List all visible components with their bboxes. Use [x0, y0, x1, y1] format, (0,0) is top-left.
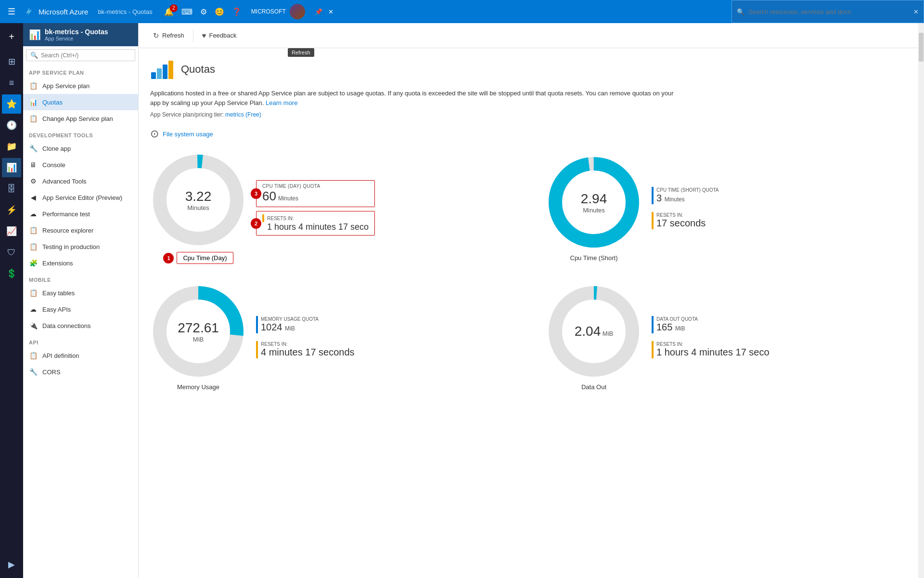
quota-info-memory: MEMORY USAGE QUOTA 1024 MiB: [261, 316, 319, 333]
terminal-icon[interactable]: ⌨: [181, 7, 192, 16]
chart-info-cpu-day: 3 CPU TIME (DAY) QUOTA 60 Minutes 2: [256, 180, 375, 236]
all-services-icon[interactable]: ≡: [2, 73, 21, 92]
search-clear-icon[interactable]: ✕: [913, 8, 919, 15]
app-service-plan-icon: 📋: [29, 81, 38, 90]
content-area: Quotas Applications hosted in a free or …: [139, 48, 924, 578]
quota-label-cpu-day: CPU TIME (DAY) QUOTA: [262, 184, 369, 189]
label-box-cpu-day: Cpu Time (Day): [177, 252, 233, 264]
plan-link[interactable]: metrics (Free): [225, 111, 261, 118]
donut-svg-data-out: [546, 283, 642, 380]
nav-item-label-easy-apis: Easy APIs: [42, 306, 71, 313]
nav-item-label-change-plan: Change App Service plan: [42, 115, 113, 122]
nav-item-label-resource-explorer: Resource explorer: [42, 227, 93, 234]
refresh-icon: ↻: [153, 31, 159, 40]
sql-icon[interactable]: 🗄: [2, 179, 21, 198]
resets-bar-cpu-day: [262, 214, 264, 222]
svg-point-4: [160, 161, 237, 238]
notifications-icon[interactable]: ⚡: [2, 200, 21, 220]
quota-label-memory: MEMORY USAGE QUOTA: [261, 316, 319, 322]
nav-item-change-plan[interactable]: 📋 Change App Service plan: [23, 110, 138, 127]
resource-explorer-icon: 📋: [29, 226, 38, 235]
nav-item-app-service-plan[interactable]: 📋 App Service plan: [23, 78, 138, 94]
donut-svg-cpu-short: [546, 154, 642, 250]
right-scrollbar[interactable]: [918, 23, 924, 578]
section-label-api: API: [23, 334, 138, 347]
tooltip-refresh: Refresh: [288, 48, 314, 57]
quota-label-data-out: DATA OUT QUOTA: [656, 316, 698, 322]
svg-point-10: [555, 293, 632, 370]
quota-unit-cpu-day: Minutes: [278, 195, 298, 202]
brand-name: Microsoft Azure: [38, 8, 88, 16]
badge-3: 3: [251, 188, 261, 199]
nav-item-label-performance-test: Performance test: [42, 210, 90, 218]
global-search[interactable]: 🔍 ✕: [732, 0, 924, 23]
cost-icon[interactable]: 💲: [2, 264, 21, 283]
monitor-icon[interactable]: 📈: [2, 222, 21, 241]
chart-cpu-day: 3.22 Minutes 1 Cpu Time (Day): [150, 152, 517, 264]
nav-item-easy-tables[interactable]: 📋 Easy tables: [23, 285, 138, 301]
security-icon[interactable]: 🛡: [2, 243, 21, 262]
quota-info-data-out: DATA OUT QUOTA 165 MiB: [656, 316, 698, 333]
donut-memory: 272.61 MiB: [150, 283, 246, 380]
resource-panel: 📊 bk-metrics - Quotas App Service 🔍 APP …: [23, 23, 139, 578]
learn-more-link[interactable]: Learn more: [266, 99, 297, 106]
cpu-day-label: Cpu Time (Day): [183, 254, 227, 262]
feedback-button[interactable]: ♥ Feedback: [195, 28, 244, 42]
feedback-icon: ♥: [202, 31, 206, 39]
pin-icon[interactable]: 📌: [315, 8, 322, 15]
nav-item-testing-production[interactable]: 📋 Testing in production: [23, 238, 138, 255]
search-input[interactable]: [748, 8, 910, 15]
user-profile[interactable]: MICROSOFT: [251, 4, 305, 19]
resource-search[interactable]: 🔍: [26, 49, 135, 61]
page-description: Applications hosted in a free or shared …: [150, 89, 680, 107]
performance-test-icon: ☁: [29, 210, 38, 218]
scrollbar-thumb[interactable]: [919, 33, 924, 62]
toolbar: ↻ Refresh ♥ Feedback Refresh: [139, 23, 924, 48]
nav-item-clone-app[interactable]: 🔧 Clone app: [23, 140, 138, 157]
nav-item-resource-explorer[interactable]: 📋 Resource explorer: [23, 222, 138, 238]
nav-item-cors[interactable]: 🔧 CORS: [23, 364, 138, 380]
nav-item-easy-apis[interactable]: ☁ Easy APIs: [23, 301, 138, 317]
chart-memory: 272.61 MiB Memory Usage MEMORY USAGE QUO…: [150, 283, 517, 391]
brand: Microsoft Azure: [23, 6, 88, 17]
nav-item-advanced-tools[interactable]: ⚙ Advanced Tools: [23, 173, 138, 189]
console-icon: 🖥: [29, 160, 38, 169]
chart-data-out-wrapper: 2.04 MiB Data Out: [546, 283, 642, 391]
file-system-usage[interactable]: ⊙ File system usage: [150, 128, 912, 140]
nav-item-api-definition[interactable]: 📋 API definition: [23, 347, 138, 364]
hamburger-menu[interactable]: ☰: [6, 4, 17, 19]
nav-item-extensions[interactable]: 🧩 Extensions: [23, 255, 138, 271]
help-icon[interactable]: ❓: [232, 7, 242, 16]
charts-grid: 3.22 Minutes 1 Cpu Time (Day): [150, 152, 912, 391]
resource-subtitle: App Service: [45, 36, 108, 41]
nav-item-console[interactable]: 🖥 Console: [23, 157, 138, 173]
nav-item-quotas[interactable]: 📊 Quotas: [23, 94, 138, 110]
dashboard-icon[interactable]: ⊞: [2, 52, 21, 71]
favorites-icon[interactable]: ⭐: [2, 94, 21, 114]
top-nav-icons: 🔔 2 ⌨ ⚙ 😊 ❓: [164, 7, 242, 16]
page-header-icon: [150, 58, 173, 81]
resets-bar-data-out: [652, 341, 654, 358]
cloud-shell-icon[interactable]: 🔔 2: [164, 7, 174, 16]
close-icon[interactable]: ✕: [328, 8, 334, 15]
resource-icon: 📊: [29, 29, 41, 40]
recent-icon[interactable]: 🕐: [2, 116, 21, 135]
refresh-button[interactable]: ↻ Refresh: [146, 28, 191, 43]
resource-panel-actions: 🔍: [23, 46, 138, 64]
sidebar-search-input[interactable]: [41, 52, 131, 59]
expand-sidebar-icon[interactable]: ▶: [2, 555, 21, 574]
chart-label-memory: Memory Usage: [150, 383, 246, 391]
settings-icon[interactable]: ⚙: [200, 7, 207, 16]
resets-value-cpu-short: 17 seconds: [656, 218, 706, 229]
new-resource-button[interactable]: +: [2, 27, 21, 46]
quota-box-cpu-day: 3 CPU TIME (DAY) QUOTA 60 Minutes: [256, 180, 375, 207]
donut-svg-cpu-day: [150, 152, 246, 248]
resource-groups-icon[interactable]: 📁: [2, 137, 21, 156]
smiley-icon[interactable]: 😊: [215, 7, 224, 16]
search-icon-sidebar: 🔍: [30, 52, 38, 59]
azure-logo-icon: [23, 6, 35, 17]
app-services-icon[interactable]: 📊: [2, 158, 21, 177]
nav-item-data-connections[interactable]: 🔌 Data connections: [23, 317, 138, 334]
nav-item-performance-test[interactable]: ☁ Performance test: [23, 206, 138, 222]
nav-item-app-service-editor[interactable]: ◀ App Service Editor (Preview): [23, 189, 138, 206]
